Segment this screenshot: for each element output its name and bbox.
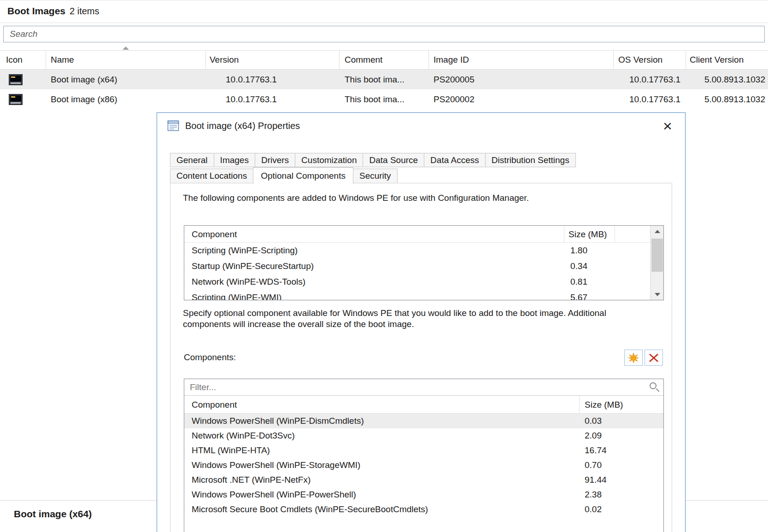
sort-ascending-icon (123, 47, 129, 50)
component-size: 5.67 (570, 290, 587, 300)
scroll-down-button[interactable] (651, 289, 664, 300)
tab-data-source[interactable]: Data Source (363, 153, 424, 167)
red-x-icon (649, 353, 659, 363)
cell-version: 10.0.17763.1 (206, 89, 340, 109)
component-name: Windows PowerShell (WinPE-StorageWMI) (192, 458, 360, 473)
item-count: 2 items (70, 6, 99, 16)
dialog-title: Boot image (x64) Properties (167, 120, 300, 131)
boot-images-screen: Boot Images2 items Icon Name Version Com… (0, 0, 768, 532)
component-size: 16.74 (585, 443, 607, 458)
tab-drivers[interactable]: Drivers (255, 153, 295, 167)
cell-image-id: PS200005 (429, 70, 614, 89)
cell-name: Boot image (x86) (46, 89, 206, 109)
cell-client-version: 5.00.8913.1032 (686, 70, 768, 89)
column-divider[interactable] (615, 226, 615, 243)
title-separator (0, 23, 768, 23)
list-item[interactable]: Windows PowerShell (WinPE-PowerShell) 2.… (184, 487, 663, 502)
intro-text: The following components are added to Wi… (183, 193, 657, 203)
list-item[interactable]: Startup (WinPE-SecureStartup) 0.34 (184, 258, 651, 274)
properties-dialog: Boot image (x64) Properties × General Im… (157, 112, 686, 532)
page-title-text: Boot Images (7, 6, 65, 16)
tab-content-locations[interactable]: Content Locations (170, 169, 253, 183)
cell-os-version: 10.0.17763.1 (614, 70, 686, 89)
component-size: 2.38 (585, 487, 602, 502)
detail-pane-title: Boot image (x64) (14, 509, 92, 520)
remove-component-button[interactable] (645, 350, 663, 366)
table-row[interactable]: Boot image (x64) 10.0.17763.1 This boot … (0, 70, 768, 89)
component-name: Microsoft .NET (WinPE-NetFx) (192, 473, 311, 487)
component-size: 2.09 (585, 428, 602, 443)
dialog-title-bar[interactable]: Boot image (x64) Properties × (157, 113, 685, 140)
list-item[interactable]: HTML (WinPE-HTA) 16.74 (184, 443, 663, 458)
search-input[interactable] (3, 26, 765, 42)
cell-image-id: PS200002 (429, 89, 614, 109)
cell-version: 10.0.17763.1 (206, 70, 340, 89)
description-text: Specify optional component available for… (183, 308, 640, 330)
column-divider[interactable] (579, 396, 580, 414)
column-header-icon[interactable]: Icon (0, 51, 46, 69)
component-size: 0.02 (585, 502, 602, 517)
column-header-client-version[interactable]: Client Version (686, 51, 768, 69)
column-header-name[interactable]: Name (46, 51, 206, 69)
tab-images[interactable]: Images (214, 153, 255, 167)
list-item[interactable]: Network (WinPE-Dot3Svc) 2.09 (184, 428, 663, 443)
component-name: HTML (WinPE-HTA) (192, 443, 270, 458)
component-name: Windows PowerShell (WinPE-DismCmdlets) (192, 414, 364, 428)
available-list-header: Component Size (MB) (184, 395, 663, 414)
tab-distribution-settings[interactable]: Distribution Settings (485, 153, 576, 167)
component-name: Network (WinPE-WDS-Tools) (192, 274, 305, 290)
column-header-version[interactable]: Version (206, 51, 340, 69)
component-name: Scripting (WinPE-WMI) (192, 290, 281, 300)
column-header-os-version[interactable]: OS Version (614, 51, 686, 69)
column-header-comment[interactable]: Comment (340, 51, 429, 69)
component-size: 1.80 (570, 243, 587, 258)
cell-comment: This boot ima... (340, 89, 429, 109)
cell-name: Boot image (x64) (46, 70, 206, 89)
tab-data-access[interactable]: Data Access (424, 153, 486, 167)
vertical-scrollbar[interactable] (650, 226, 663, 300)
boot-image-icon (9, 94, 23, 105)
table-header: Icon Name Version Comment Image ID OS Ve… (0, 50, 768, 70)
list-item[interactable]: Microsoft Secure Boot Cmdlets (WinPE-Sec… (184, 502, 663, 517)
table-row[interactable]: Boot image (x86) 10.0.17763.1 This boot … (0, 89, 768, 109)
available-column-component[interactable]: Component (192, 396, 237, 414)
tab-general[interactable]: General (170, 153, 214, 167)
tab-security[interactable]: Security (353, 169, 398, 183)
close-icon[interactable]: × (658, 117, 677, 135)
added-column-size[interactable]: Size (MB) (569, 226, 607, 243)
list-item[interactable]: Windows PowerShell (WinPE-StorageWMI) 0.… (184, 458, 663, 473)
page-title: Boot Images2 items (7, 6, 100, 17)
added-column-component[interactable]: Component (192, 226, 237, 243)
add-component-button[interactable] (624, 350, 643, 366)
boot-image-icon (9, 74, 23, 85)
scrollbar-thumb[interactable] (651, 239, 663, 272)
list-item[interactable]: Windows PowerShell (WinPE-DismCmdlets) 0… (184, 414, 663, 428)
list-item[interactable]: Scripting (WinPE-Scripting) 1.80 (184, 243, 651, 258)
star-icon (628, 352, 639, 363)
component-name: Scripting (WinPE-Scripting) (192, 243, 298, 258)
available-column-size[interactable]: Size (MB) (585, 396, 623, 414)
up-arrow-icon (655, 230, 660, 233)
filter-input[interactable] (184, 379, 664, 396)
dialog-title-text: Boot image (x64) Properties (185, 121, 300, 131)
component-size: 91.44 (585, 473, 607, 487)
magnifier-icon (650, 382, 657, 389)
component-size: 0.70 (585, 458, 602, 473)
scroll-up-button[interactable] (651, 226, 664, 237)
column-header-image-id[interactable]: Image ID (429, 51, 614, 69)
cell-os-version: 10.0.17763.1 (614, 89, 686, 109)
list-item[interactable]: Network (WinPE-WDS-Tools) 0.81 (184, 274, 651, 290)
component-name: Startup (WinPE-SecureStartup) (192, 258, 314, 274)
list-item[interactable]: Microsoft .NET (WinPE-NetFx) 91.44 (184, 473, 663, 487)
tab-optional-components[interactable]: Optional Components (253, 167, 353, 184)
available-components-list: Component Size (MB) Windows PowerShell (… (184, 395, 664, 532)
added-components-list: Component Size (MB) Scripting (WinPE-Scr… (184, 225, 664, 300)
list-item[interactable]: Scripting (WinPE-WMI) 5.67 (184, 290, 651, 300)
properties-window-icon (167, 120, 179, 131)
column-divider[interactable] (564, 226, 564, 243)
filter-box (184, 379, 664, 396)
component-name: Network (WinPE-Dot3Svc) (192, 428, 295, 443)
down-arrow-icon (655, 293, 660, 296)
tab-customization[interactable]: Customization (295, 153, 363, 167)
component-size: 0.03 (585, 414, 602, 428)
